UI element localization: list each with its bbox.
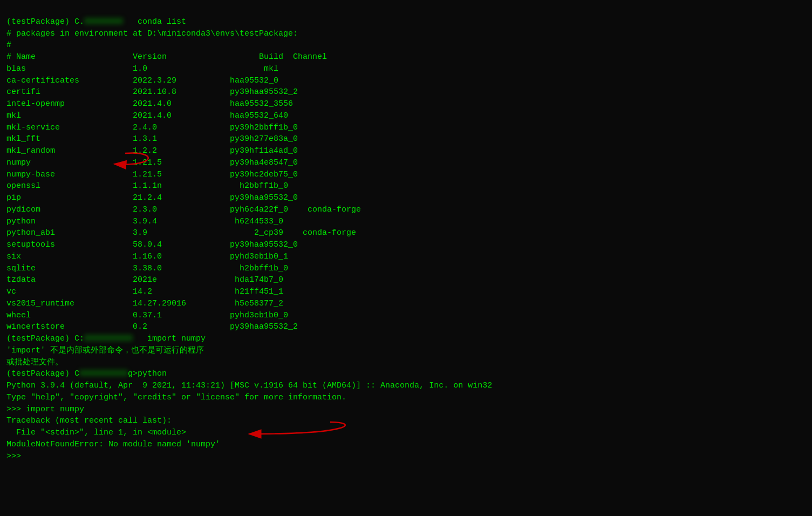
blurred-text: XXXXXXXXXX — [84, 333, 133, 345]
terminal-line: mkl 2021.4.0 haa95532_640 — [6, 110, 806, 122]
terminal-line: certifi 2021.10.8 py39haa95532_2 — [6, 86, 806, 98]
terminal-line: # packages in environment at D:\minicond… — [6, 28, 806, 40]
terminal-line: 或批处理文件。 — [6, 357, 806, 369]
terminal-line: Traceback (most recent call last): — [6, 415, 806, 427]
terminal-line: (testPackage) C:XXXXXXXXXX import numpy — [6, 333, 806, 345]
terminal-line: pip 21.2.4 py39haa95532_0 — [6, 192, 806, 204]
terminal-line: mkl_fft 1.3.1 py39h277e83a_0 — [6, 133, 806, 145]
terminal-line: vs2015_runtime 14.27.29016 h5e58377_2 — [6, 298, 806, 310]
terminal-line: # — [6, 39, 806, 51]
terminal-line: intel-openmp 2021.4.0 haa95532_3556 — [6, 98, 806, 110]
blurred-text: XXXXXXXXXX — [79, 368, 128, 380]
terminal-line: wheel 0.37.1 pyhd3eb1b0_0 — [6, 310, 806, 322]
terminal-line: >>> — [6, 451, 806, 463]
terminal-line: # Name Version Build Channel — [6, 51, 806, 63]
blurred-text: XXXXXXXX — [84, 16, 123, 28]
terminal-line: mkl-service 2.4.0 py39h2bbff1b_0 — [6, 122, 806, 134]
terminal-line: openssl 1.1.1n h2bbff1b_0 — [6, 180, 806, 192]
terminal-line: numpy-base 1.21.5 py39hc2deb75_0 — [6, 169, 806, 181]
terminal-line: vc 14.2 h21ff451_1 — [6, 286, 806, 298]
terminal-line: Type "help", "copyright", "credits" or "… — [6, 392, 806, 404]
terminal-line: (testPackage) CXXXXXXXXXXg>python — [6, 368, 806, 380]
terminal-line: ca-certificates 2022.3.29 haa95532_0 — [6, 75, 806, 87]
terminal-line: 'import' 不是内部或外部命令，也不是可运行的程序 — [6, 345, 806, 357]
terminal-window: (testPackage) C.XXXXXXXX conda list# pac… — [6, 4, 806, 462]
terminal-line: File "<stdin>", line 1, in <module> — [6, 427, 806, 439]
terminal-line: six 1.16.0 pyhd3eb1b0_1 — [6, 251, 806, 263]
terminal-line: setuptools 58.0.4 py39haa95532_0 — [6, 239, 806, 251]
terminal-line: numpy 1.21.5 py39ha4e8547_0 — [6, 157, 806, 169]
terminal-line: >>> import numpy — [6, 404, 806, 416]
terminal-line: python 3.9.4 h6244533_0 — [6, 216, 806, 228]
terminal-line: pydicom 2.3.0 pyh6c4a22f_0 conda-forge — [6, 204, 806, 216]
terminal-line: blas 1.0 mkl — [6, 63, 806, 75]
terminal-line: tzdata 2021e hda174b7_0 — [6, 274, 806, 286]
terminal-line: wincertstore 0.2 py39haa95532_2 — [6, 321, 806, 333]
terminal-line: mkl_random 1.2.2 py39hf11a4ad_0 — [6, 145, 806, 157]
terminal-line: (testPackage) C.XXXXXXXX conda list — [6, 16, 806, 28]
terminal-line: sqlite 3.38.0 h2bbff1b_0 — [6, 263, 806, 275]
terminal-line: Python 3.9.4 (default, Apr 9 2021, 11:43… — [6, 380, 806, 392]
terminal-line: ModuleNotFoundError: No module named 'nu… — [6, 439, 806, 451]
terminal-line: python_abi 3.9 2_cp39 conda-forge — [6, 227, 806, 239]
